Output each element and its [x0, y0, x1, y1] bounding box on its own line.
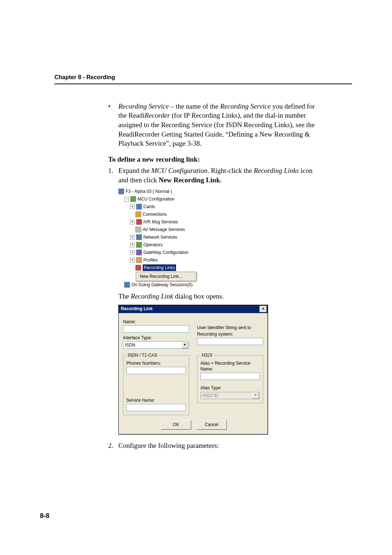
name-input[interactable] — [123, 325, 189, 333]
step-2: 2. Configure the following parameters: — [108, 441, 322, 450]
term-recorder: Recorder — [144, 112, 170, 119]
chevron-down-icon[interactable]: ▼ — [181, 342, 188, 348]
menu-new-recording-link[interactable]: New Recording Link… — [136, 273, 196, 280]
tree-label: Cards — [143, 204, 155, 210]
alias-type-value: H323 ID — [202, 393, 218, 398]
expand-icon[interactable]: + — [130, 243, 135, 247]
tree-label: Profiles — [143, 257, 158, 263]
expand-icon[interactable]: + — [130, 220, 135, 224]
tree-label: Network Services — [143, 234, 177, 240]
tree-label: F3 - Alpha 03 ( Normal ) — [126, 189, 172, 194]
tree-network[interactable]: + Network Services — [118, 234, 201, 241]
av-icon — [135, 227, 141, 232]
term-recording-link: Recording Link — [131, 292, 173, 300]
alias-type-label: Alias Type: — [200, 385, 260, 391]
term-recording-links: Recording Links — [254, 167, 299, 174]
interface-type-value: ISDN — [125, 342, 135, 348]
gateway-icon — [136, 250, 142, 255]
text: . — [220, 176, 222, 184]
step-1: 1. Expand the MCU Configuration. Right-c… — [108, 166, 322, 185]
tree-operators[interactable]: + Operators — [118, 241, 201, 249]
tree-label: Operators — [143, 242, 163, 248]
user-id-input[interactable] — [197, 338, 263, 345]
tree-profiles[interactable]: + Profiles — [118, 256, 201, 264]
phones-label: Phones Numbers: — [126, 360, 186, 366]
tree-av[interactable]: AV Message Services — [118, 226, 201, 234]
expand-icon[interactable]: + — [130, 258, 135, 263]
sessions-icon — [124, 282, 130, 288]
tree-recording-links[interactable]: Recording Links — [118, 264, 201, 272]
cards-icon — [136, 204, 142, 210]
text: Expand the — [118, 167, 151, 174]
operators-icon — [136, 242, 142, 248]
term-new-recording-link: New Recording Link — [159, 176, 220, 184]
dialog-titlebar[interactable]: Recording Link × — [119, 305, 268, 313]
text: dialog box opens. — [173, 292, 224, 300]
cancel-button[interactable]: Cancel — [196, 420, 227, 430]
interface-type-label: Interface Type: — [123, 335, 189, 341]
isdn-legend: ISDN / T1-CAS — [126, 352, 159, 358]
dialog-caption: The Recording Link dialog box opens. — [118, 292, 322, 301]
alias-type-select: H323 ID ▼ — [200, 392, 260, 399]
h323-group: H323 Alias + Recording Service Name: Ali… — [197, 352, 263, 403]
tree-label: Connections — [143, 211, 167, 217]
chevron-down-icon: ▼ — [252, 392, 259, 399]
alias-service-label: Alias + Recording Service Name: — [200, 360, 260, 372]
bullet-recording-service: • Recording Service – the name of the Re… — [108, 102, 322, 148]
service-name-input[interactable] — [126, 404, 186, 411]
text: The — [118, 292, 131, 300]
user-id-label-2: Recording system: — [197, 331, 263, 337]
term-recording-service: Recording Service — [118, 102, 169, 110]
phones-input[interactable] — [126, 367, 186, 374]
term-mcu-configuration: MCU Configuration — [151, 167, 208, 174]
bullet-text: Recording Service – the name of the Reco… — [118, 102, 322, 148]
step-number: 2. — [108, 441, 118, 450]
collapse-icon[interactable]: − — [124, 197, 129, 202]
tree-root[interactable]: F3 - Alpha 03 ( Normal ) — [118, 188, 201, 195]
isdn-group: ISDN / T1-CAS Phones Numbers: Service Na… — [123, 352, 189, 416]
interface-type-select[interactable]: ISDN ▼ — [123, 341, 189, 349]
profiles-icon — [136, 257, 142, 263]
term-recording-service-2: Recording Service — [220, 102, 271, 110]
network-icon — [136, 234, 142, 240]
expand-icon[interactable]: + — [130, 235, 135, 240]
text: . Right-click the — [207, 167, 254, 174]
user-id-label-1: User Identifier String sent to — [197, 325, 263, 331]
dialog-title: Recording Link — [121, 306, 152, 312]
tree-label: GateWay Configuration — [143, 250, 188, 255]
connections-icon — [135, 211, 141, 217]
tree-connections[interactable]: Connections — [118, 211, 201, 218]
ok-button[interactable]: OK — [161, 420, 191, 430]
section-define-new-link: To define a new recording link: — [108, 155, 322, 164]
tree-label: AV Message Services — [143, 227, 185, 232]
bullet-marker: • — [108, 102, 118, 148]
tree-gateway[interactable]: + GateWay Configuration — [118, 249, 201, 256]
alias-service-input[interactable] — [200, 373, 260, 380]
step-2-text: Configure the following parameters: — [118, 441, 219, 450]
context-menu: New Recording Link… — [136, 272, 196, 281]
step-number: 1. — [108, 166, 118, 185]
header-rule — [54, 84, 352, 84]
config-icon — [130, 196, 136, 202]
tree-label: On Going Gateway Sessions(0) — [131, 282, 193, 288]
tree-label: Recording Links — [143, 264, 176, 271]
chapter-header: Chapter 8 - Recording — [54, 73, 352, 81]
service-name-label: Service Name: — [126, 397, 186, 403]
recording-link-dialog: Recording Link × Name: Interface Type: I… — [118, 305, 268, 435]
tree-label: IVR Msg Services — [143, 219, 178, 225]
expand-icon[interactable]: + — [130, 204, 135, 209]
tree-label: MCU Configuration — [138, 196, 175, 202]
tree-ivr[interactable]: + IVR Msg Services — [118, 218, 201, 226]
expand-icon[interactable]: + — [130, 250, 135, 255]
tree-screenshot: F3 - Alpha 03 ( Normal ) − MCU Configura… — [118, 188, 201, 289]
recording-links-icon — [135, 265, 141, 271]
tree-mcu-configuration[interactable]: − MCU Configuration — [118, 195, 201, 203]
mcu-icon — [118, 189, 124, 194]
close-icon[interactable]: × — [260, 306, 267, 312]
step-1-text: Expand the MCU Configuration. Right-clic… — [118, 166, 322, 185]
text: – the name of the — [169, 102, 220, 110]
name-label: Name: — [123, 319, 189, 325]
tree-cards[interactable]: + Cards — [118, 203, 201, 211]
h323-legend: H323 — [200, 352, 214, 358]
tree-ongoing-sessions[interactable]: On Going Gateway Sessions(0) — [118, 281, 201, 289]
